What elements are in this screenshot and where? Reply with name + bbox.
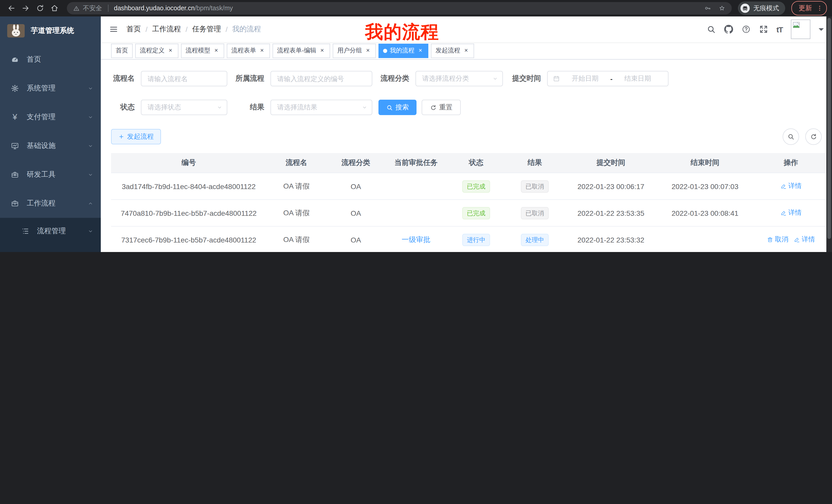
tab-label: 发起流程 [436, 46, 460, 55]
fontsize-icon[interactable]: tT [777, 25, 783, 33]
close-tab-icon[interactable]: × [167, 47, 174, 54]
screen: 不安全 dashboard.yudao.iocoder.cn/bpm/task/… [0, 0, 832, 252]
close-tab-icon[interactable]: × [319, 47, 326, 54]
scrollbar-thumb[interactable] [827, 18, 831, 239]
calendar-icon [553, 75, 560, 82]
browser-toolbar: 不安全 dashboard.yudao.iocoder.cn/bpm/task/… [0, 0, 832, 17]
menu-dots-icon[interactable] [816, 5, 823, 12]
column-header: 操作 [752, 153, 829, 173]
refresh-table-button[interactable] [805, 129, 822, 145]
chevron-down-icon[interactable] [818, 28, 824, 33]
star-icon[interactable] [718, 5, 726, 12]
sidebar-item-dev-tools[interactable]: 研发工具 [0, 160, 101, 189]
reset-button[interactable]: 重置 [422, 100, 461, 115]
detail-link[interactable]: 详情 [794, 235, 815, 244]
tab-process-form-edit[interactable]: 流程表单-编辑× [272, 44, 330, 58]
breadcrumb-separator: / [146, 25, 148, 33]
result-tag: 已取消 [521, 207, 549, 219]
result-select[interactable]: 请选择流结果 [270, 100, 372, 115]
active-tab-dot [383, 49, 387, 53]
process-id: 7470a810-7b9b-11ec-b5b7-acde48001122 [111, 200, 266, 226]
back-icon[interactable] [5, 2, 18, 15]
url-text[interactable]: dashboard.yudao.iocoder.cn/bpm/task/my [114, 5, 233, 12]
chevron-down-icon [87, 114, 94, 120]
filter-label-category: 流程分类 [378, 74, 415, 83]
submit-time-range[interactable]: 开始日期 - 结束日期 [547, 71, 669, 86]
cancel-link[interactable]: 取消 [767, 235, 788, 244]
close-tab-icon[interactable]: × [463, 47, 469, 54]
submit-time: 2022-01-23 00:06:17 [564, 173, 658, 200]
process-category: OA [327, 173, 385, 200]
app-logo[interactable]: 芋道管理系统 [0, 17, 101, 45]
tab-start-process[interactable]: 发起流程× [431, 44, 474, 58]
status-cell: 进行中 [447, 226, 505, 252]
forward-icon[interactable] [20, 2, 32, 15]
tabs-bar: 首页流程定义×流程模型×流程表单×流程表单-编辑×用户分组×我的流程×发起流程× [101, 42, 832, 60]
browser-scrollbar[interactable] [826, 17, 832, 252]
url-bar[interactable]: 不安全 dashboard.yudao.iocoder.cn/bpm/task/… [67, 2, 732, 15]
parent-process-input[interactable] [270, 71, 372, 86]
tab-label: 流程定义 [140, 46, 164, 55]
tab-process-definition[interactable]: 流程定义× [135, 44, 178, 58]
breadcrumb-item[interactable]: 工作流程 [152, 25, 181, 34]
breadcrumb-item: 我的流程 [232, 25, 261, 34]
column-header: 结果 [505, 153, 564, 173]
start-process-button[interactable]: 发起流程 [111, 129, 161, 144]
sidebar-item-task-mgmt[interactable]: 任务管理 [0, 245, 101, 252]
sidebar-item-payment[interactable]: ¥支付管理 [0, 103, 101, 132]
sidebar-item-infrastructure[interactable]: 基础设施 [0, 132, 101, 160]
tab-home[interactable]: 首页 [111, 44, 133, 58]
toggle-search-button[interactable] [783, 129, 799, 145]
breadcrumb-item[interactable]: 任务管理 [192, 25, 221, 34]
broken-image-icon [792, 21, 801, 29]
process-name-input[interactable] [141, 71, 227, 86]
category-select[interactable]: 请选择流程分类 [415, 71, 503, 86]
sidebar-item-system[interactable]: 系统管理 [0, 74, 101, 103]
close-tab-icon[interactable]: × [417, 47, 424, 54]
monitor-icon [10, 142, 20, 150]
search-button[interactable]: 搜索 [379, 100, 417, 115]
avatar[interactable] [791, 20, 810, 39]
github-icon[interactable] [724, 25, 733, 34]
detail-link[interactable]: 详情 [780, 208, 802, 218]
incognito-label: 无痕模式 [753, 4, 779, 12]
sidebar-item-workflow[interactable]: 工作流程 [0, 189, 101, 218]
trash-icon [767, 236, 773, 243]
search-icon[interactable] [706, 25, 716, 34]
detail-link[interactable]: 详情 [780, 181, 802, 191]
reload-icon[interactable] [34, 2, 46, 15]
process-table: 编号流程名流程分类当前审批任务状态结果提交时间结束时间操作 3ad174fb-7… [111, 153, 829, 252]
actions-cell: 详情 [752, 200, 829, 226]
breadcrumb-item[interactable]: 首页 [127, 25, 141, 34]
end-date-placeholder[interactable]: 结束日期 [613, 74, 663, 83]
sidebar-item-home[interactable]: 首页 [0, 45, 101, 74]
sidebar: 芋道管理系统 首页系统管理¥支付管理基础设施研发工具工作流程流程管理任务管理我的… [0, 17, 101, 252]
actions-cell: 取消详情 [752, 226, 829, 252]
security-label[interactable]: 不安全 [83, 4, 102, 12]
current-task-link[interactable]: 一级审批 [401, 235, 431, 243]
tab-process-form[interactable]: 流程表单× [227, 44, 270, 58]
table-row: 3ad174fb-7b9d-11ec-8404-acde48001122OA 请… [111, 173, 829, 200]
sidebar-item-label: 系统管理 [27, 84, 87, 93]
update-button[interactable]: 更新 [791, 1, 827, 16]
home-icon[interactable] [48, 2, 61, 15]
fullscreen-icon[interactable] [759, 25, 768, 34]
tab-process-model[interactable]: 流程模型× [181, 44, 224, 58]
table-row: 7317cec6-7b9b-11ec-b5b7-acde48001122OA 请… [111, 226, 829, 252]
column-header: 结束时间 [658, 153, 752, 173]
status-select[interactable]: 请选择状态 [141, 100, 227, 115]
result-cell: 已取消 [505, 173, 564, 200]
tab-user-group[interactable]: 用户分组× [333, 44, 376, 58]
hamburger-icon[interactable] [109, 25, 118, 34]
close-tab-icon[interactable]: × [213, 47, 219, 54]
close-tab-icon[interactable]: × [365, 47, 371, 54]
close-tab-icon[interactable]: × [259, 47, 265, 54]
sidebar-item-process-mgmt[interactable]: 流程管理 [0, 218, 101, 245]
chevron-down-icon [216, 104, 223, 110]
start-date-placeholder[interactable]: 开始日期 [560, 74, 610, 83]
tab-my-process[interactable]: 我的流程× [379, 44, 428, 58]
question-icon[interactable] [742, 25, 751, 34]
key-icon[interactable] [704, 5, 711, 12]
result-cell: 处理中 [505, 226, 564, 252]
chevron-down-icon [492, 76, 498, 82]
